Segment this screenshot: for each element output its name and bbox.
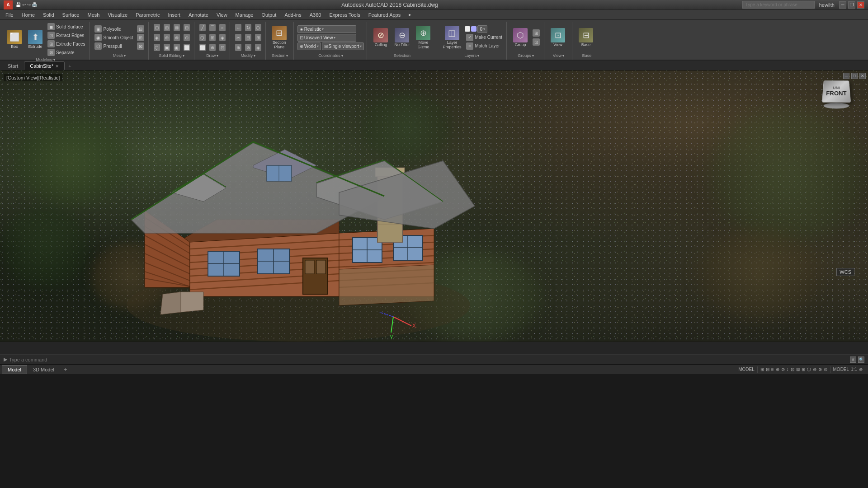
draw-7[interactable]: ⬜ — [198, 43, 207, 52]
draw-4[interactable]: ⬡ — [198, 33, 207, 42]
mesh-tool2[interactable]: ⊞ — [136, 33, 146, 42]
culling-button[interactable]: ⊘ Culling — [371, 27, 391, 49]
mod-6[interactable]: ⊞ — [254, 33, 263, 42]
mesh-tool3[interactable]: ⊠ — [136, 42, 146, 50]
menu-surface[interactable]: Surface — [59, 11, 83, 19]
mod-4[interactable]: ✂ — [234, 33, 243, 42]
section-plane-button[interactable]: ⊟ SectionPlane — [269, 24, 289, 51]
draw-6[interactable]: ◈ — [218, 33, 227, 42]
menu-solid[interactable]: Solid — [39, 11, 57, 19]
se-1[interactable]: ⊡ — [152, 23, 161, 32]
new-tab-button[interactable]: + — [65, 62, 75, 70]
make-current-btn[interactable]: ✓ Make Current — [465, 33, 504, 42]
solid-surface-btn[interactable]: ◼ Solid Surface — [46, 23, 86, 31]
draw-3[interactable]: ○ — [218, 23, 227, 32]
draw-8[interactable]: ⊕ — [208, 43, 217, 52]
se-2[interactable]: ⊞ — [162, 23, 171, 32]
model-tab-model[interactable]: Model — [2, 365, 27, 374]
snap-btn[interactable]: ⊟ — [766, 367, 769, 372]
draw-5[interactable]: ⊞ — [208, 33, 217, 42]
model-tab-add[interactable]: + — [60, 365, 71, 374]
minimize-button[interactable]: ─ — [839, 1, 846, 9]
viewcube-face[interactable]: UNI FRONT — [822, 80, 851, 102]
viewport-combo[interactable]: ⊞ Single viewport ▾ — [322, 42, 364, 50]
menu-parametric[interactable]: Parametric — [132, 11, 163, 19]
separate-btn[interactable]: ⊠ Separate — [46, 48, 86, 56]
mod-3[interactable]: ⬡ — [254, 23, 263, 32]
cmdline-close-btn[interactable]: ✕ — [850, 357, 856, 363]
mod-5[interactable]: ⊟ — [244, 33, 253, 42]
se-7[interactable]: ⊗ — [172, 33, 181, 42]
menu-home[interactable]: Home — [18, 11, 38, 19]
viewcube[interactable]: UNI FRONT — [823, 80, 854, 111]
restore-button[interactable]: ❐ — [848, 1, 855, 9]
se-9[interactable]: ⬡ — [152, 43, 161, 52]
lineweight-btn[interactable]: ⊠ — [796, 367, 800, 372]
se-12[interactable]: ⬜ — [182, 43, 191, 52]
anno-mon-btn[interactable]: ⊗ — [818, 367, 822, 372]
ortho-btn[interactable]: ≡ — [771, 367, 774, 372]
se-4[interactable]: ⊟ — [182, 23, 191, 32]
menu-annotate[interactable]: Annotate — [185, 11, 212, 19]
group-tool2[interactable]: ⊡ — [531, 38, 541, 46]
gizmo-button[interactable]: ⊕ MoveGizmo — [413, 24, 433, 51]
osnap-btn[interactable]: ⊘ — [781, 367, 785, 372]
vp-maximize-btn[interactable]: □ — [851, 73, 858, 79]
menu-insert[interactable]: Insert — [164, 11, 184, 19]
anno-vis-btn[interactable]: ⊙ — [824, 367, 827, 372]
extrude-button[interactable]: ⬆ Extrude — [25, 28, 45, 51]
box-button[interactable]: ⬜ Box — [5, 28, 24, 51]
draw-9[interactable]: ⊡ — [218, 43, 227, 52]
menu-output[interactable]: Output — [258, 11, 280, 19]
se-3[interactable]: ⊠ — [172, 23, 181, 32]
model-tab-3d[interactable]: 3D Model — [27, 365, 60, 374]
search-input[interactable] — [742, 1, 815, 9]
dynin-btn[interactable]: ⊡ — [791, 367, 794, 372]
menu-more[interactable]: ▸ — [405, 11, 415, 19]
se-8[interactable]: ⊙ — [182, 33, 191, 42]
cabinsite-tab-close[interactable]: ✕ — [55, 64, 59, 69]
mod-1[interactable]: ↔ — [234, 23, 243, 32]
draw-2[interactable]: ⌒ — [208, 23, 217, 32]
base-button[interactable]: ⊟ Base — [576, 27, 596, 49]
se-11[interactable]: ◉ — [172, 43, 181, 52]
menu-featured-apps[interactable]: Featured Apps — [365, 11, 405, 19]
group-tool1[interactable]: ⊞ — [531, 29, 541, 37]
grid-btn[interactable]: ⊞ — [760, 367, 764, 372]
menu-file[interactable]: File — [2, 11, 17, 19]
se-10[interactable]: ▣ — [162, 43, 171, 52]
polar-btn[interactable]: ⊕ — [776, 367, 779, 372]
menu-express-tools[interactable]: Express Tools — [326, 11, 363, 19]
cmdline-search-btn[interactable]: 🔍 — [858, 357, 864, 363]
se-5[interactable]: ◈ — [152, 33, 161, 42]
group-button[interactable]: ⬡ Group — [510, 27, 530, 49]
mod-8[interactable]: ⊗ — [244, 43, 253, 52]
layer-num-combo[interactable]: 0 ▾ — [477, 25, 487, 33]
smooth-object-btn[interactable]: ◉ Smooth Object — [93, 33, 134, 42]
mod-9[interactable]: ◈ — [254, 43, 263, 52]
view-button[interactable]: ⊡ View — [548, 27, 568, 49]
mesh-tool1[interactable]: ⊟ — [136, 25, 146, 33]
draw-1[interactable]: ╱ — [198, 23, 207, 32]
polysolid-btn[interactable]: ▣ Polysolid — [93, 25, 134, 33]
start-tab[interactable]: Start — [2, 61, 24, 70]
qprop-btn[interactable]: ⬡ — [807, 367, 811, 372]
extrude-faces-btn[interactable]: ⊞ Extrude Faces — [46, 40, 86, 48]
presspull-btn[interactable]: ⬡ Presspull — [93, 42, 134, 50]
vp-minimize-btn[interactable]: ─ — [843, 73, 849, 79]
view-combo[interactable]: ⊡ Unsaved View ▾ — [297, 34, 356, 42]
menu-visualize[interactable]: Visualize — [104, 11, 131, 19]
menu-mesh[interactable]: Mesh — [84, 11, 103, 19]
match-layer-btn[interactable]: ≡ Match Layer — [465, 42, 504, 50]
menu-addins[interactable]: Add-ins — [281, 11, 305, 19]
mod-2[interactable]: ↻ — [244, 23, 253, 32]
menu-view[interactable]: View — [213, 11, 231, 19]
world-combo[interactable]: ⊕ World ▾ — [297, 42, 321, 50]
visual-style-combo[interactable]: ◈ Realistic ▾ — [297, 25, 356, 33]
cabinsite-tab[interactable]: CabinSite* ✕ — [24, 61, 65, 70]
menu-manage[interactable]: Manage — [232, 11, 257, 19]
vp-close-btn[interactable]: ✕ — [859, 73, 866, 79]
extract-edges-btn[interactable]: ⊡ Extract Edges — [46, 31, 86, 39]
viewport[interactable]: X Y UNI FRONT WCS [Custom View][Realisti… — [0, 70, 868, 342]
layer-properties-button[interactable]: ◫ LayerProperties — [440, 24, 464, 51]
